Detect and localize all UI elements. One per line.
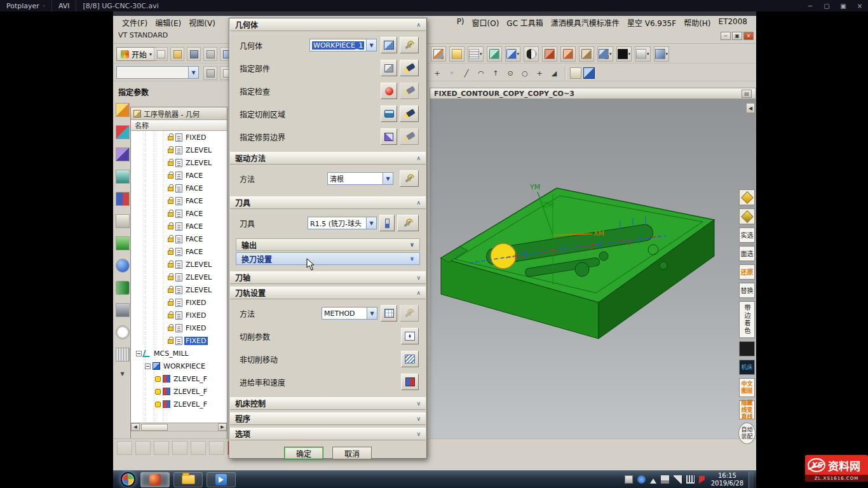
section-geometry-header[interactable]: 几何体 ∧ — [230, 18, 426, 31]
shaded-edge-button[interactable]: 带边着色 — [739, 301, 755, 338]
navigator-item-operation[interactable]: ZLEVEL_F — [131, 372, 227, 385]
navigator-item[interactable]: FACE — [131, 245, 227, 258]
background-color-icon[interactable]: ▾ — [616, 46, 632, 62]
display-part-button[interactable] — [400, 60, 419, 76]
section-machine-header[interactable]: 机床控制 ∨ — [230, 397, 426, 410]
close-icon[interactable]: × — [743, 32, 754, 40]
video-frame[interactable]: 文件(F)编辑(E)视图(V) P)窗口(O)GC 工具箱潇洒模具汽模标准件星空… — [113, 11, 756, 488]
chinese-layer-button[interactable]: 中文图层 — [739, 378, 755, 397]
navigator-item[interactable]: FACE — [131, 207, 227, 220]
tool-dropdown[interactable]: R1.5 (铣刀-球头 — [308, 217, 367, 229]
assembly-navigator-tab[interactable] — [116, 103, 130, 117]
scroll-left-icon[interactable]: ◀ — [131, 423, 140, 431]
navigator-item[interactable]: FIXED — [131, 296, 227, 309]
specify-cut-area-button[interactable] — [381, 105, 397, 122]
collapse-icon[interactable]: ∧ — [416, 155, 421, 161]
menu-item[interactable]: ET2008 — [715, 17, 751, 29]
taskbar-nx-button[interactable] — [140, 472, 170, 487]
snap-arc-icon[interactable]: ◠ — [475, 67, 487, 79]
navigator-item[interactable]: FIXED — [131, 309, 227, 322]
snap-intersection-icon[interactable]: + — [533, 67, 546, 79]
chevron-down-icon[interactable]: ▼ — [367, 217, 377, 229]
navigator-item[interactable]: ZLEVEL — [131, 258, 227, 271]
tool-change-banner[interactable]: 换刀设置 ∨ — [236, 252, 420, 265]
start-orb-button[interactable] — [121, 472, 135, 487]
method-settings-button[interactable] — [381, 305, 397, 322]
specify-part-button[interactable] — [381, 60, 397, 76]
move-layer-icon[interactable]: ▾ — [468, 46, 484, 62]
navigator-item[interactable]: FIXED — [131, 334, 227, 347]
collapse-expander-icon[interactable] — [145, 363, 151, 369]
history-tab[interactable] — [116, 325, 130, 339]
window-menu-icon[interactable]: ▤ — [742, 90, 752, 98]
snap-vertex-icon[interactable]: ◢ — [548, 67, 560, 79]
graphics-viewport[interactable]: YM ZM XM — [430, 99, 756, 438]
navigator-item[interactable]: ZLEVEL — [131, 156, 227, 169]
new-file-icon[interactable] — [154, 47, 168, 61]
more-display-icon[interactable]: ▾ — [654, 46, 670, 62]
name-column-header[interactable]: 名称 — [131, 120, 227, 131]
start-menu-button[interactable]: 开始 ▾ — [116, 47, 156, 61]
selection-filter-combo[interactable]: ▼ — [116, 66, 199, 79]
navigator-item-mcs[interactable]: MCS_MILL — [131, 347, 227, 360]
path-method-dropdown[interactable]: METHOD — [322, 307, 367, 320]
select-geometry-button[interactable] — [381, 37, 397, 53]
collapse-icon[interactable]: ∧ — [416, 22, 421, 28]
chevron-down-icon[interactable]: ▼ — [367, 39, 377, 51]
new-tool-button[interactable] — [379, 215, 395, 231]
snap-center-icon[interactable]: ⊙ — [504, 67, 517, 79]
transform-icon[interactable] — [209, 441, 224, 455]
scrollbar-thumb[interactable] — [141, 424, 168, 431]
move-object-icon[interactable] — [117, 441, 132, 455]
navigator-item-operation[interactable]: ZLEVEL_F — [131, 398, 227, 410]
cancel-button[interactable]: 取消 — [332, 447, 372, 459]
dark-background-icon[interactable] — [739, 341, 755, 356]
section-tool-header[interactable]: 刀具 ∧ — [230, 196, 426, 209]
mirror-icon[interactable] — [154, 441, 169, 455]
restore-icon[interactable]: ▣ — [732, 32, 742, 40]
expand-icon[interactable]: ∨ — [416, 400, 421, 407]
chevron-down-icon[interactable]: ▼ — [383, 172, 393, 185]
pattern-icon[interactable] — [135, 441, 151, 455]
navigator-item[interactable]: FIXED — [131, 131, 227, 144]
selection-scope-icon[interactable] — [203, 66, 217, 80]
output-banner[interactable]: 输出 ∨ — [236, 238, 420, 251]
solid-select-button[interactable]: 实选 — [739, 227, 755, 243]
expand-icon[interactable]: ∨ — [416, 431, 421, 437]
player-titlebar[interactable]: Potplayer ▾ AVI [8/8] UG-CNC-30C.avi ─▢▣… — [0, 0, 868, 11]
library-tab[interactable] — [116, 281, 130, 295]
expand-icon[interactable]: ∨ — [410, 255, 414, 262]
collapse-expander-icon[interactable] — [136, 351, 142, 356]
machine-display-button[interactable]: 机床 — [739, 360, 755, 375]
collapse-icon[interactable]: ∧ — [416, 200, 421, 206]
notebook-icon[interactable] — [570, 67, 581, 79]
restore-button[interactable]: 还原 — [739, 264, 755, 280]
player-menu-button[interactable]: Potplayer ▾ — [0, 0, 52, 11]
chevron-down-icon[interactable]: ▼ — [367, 307, 377, 320]
window-style-icon[interactable]: ▾ — [635, 46, 651, 62]
section-drive-header[interactable]: 驱动方法 ∧ — [230, 152, 426, 165]
show-desktop-button[interactable] — [749, 471, 754, 488]
open-file-icon[interactable] — [170, 47, 184, 61]
ips-block-icon[interactable]: ▾ — [560, 46, 576, 62]
snap-endpoint-icon[interactable]: ◦ — [445, 67, 458, 79]
window-control-button[interactable]: ─ — [802, 0, 818, 11]
menu-item[interactable]: 帮助(H) — [680, 17, 714, 29]
orient-view-icon[interactable]: ▾ — [505, 46, 521, 62]
collapse-icon[interactable]: ∧ — [416, 290, 421, 296]
new-geometry-button[interactable] — [400, 37, 419, 53]
navigator-item-operation[interactable]: ZLEVEL_F — [131, 385, 227, 398]
snap-point-icon[interactable]: + — [431, 67, 444, 79]
menu-item[interactable]: P) — [453, 17, 468, 29]
material-block-icon[interactable]: ▾ — [579, 46, 594, 62]
menu-item[interactable]: 视图(V) — [185, 17, 219, 29]
snap-tangent-icon[interactable]: ↑ — [489, 67, 502, 79]
view-cube-icon[interactable]: ▾ — [597, 46, 613, 62]
edit-display-icon[interactable]: ▾ — [431, 46, 446, 62]
section-program-header[interactable]: 程序 ∨ — [230, 412, 426, 425]
display-cut-area-button[interactable] — [400, 105, 419, 122]
expand-icon[interactable]: ∨ — [416, 416, 421, 422]
navigator-item[interactable]: FACE — [131, 182, 227, 194]
specify-trim-button[interactable] — [381, 128, 397, 145]
solid-body-icon[interactable] — [583, 67, 595, 79]
